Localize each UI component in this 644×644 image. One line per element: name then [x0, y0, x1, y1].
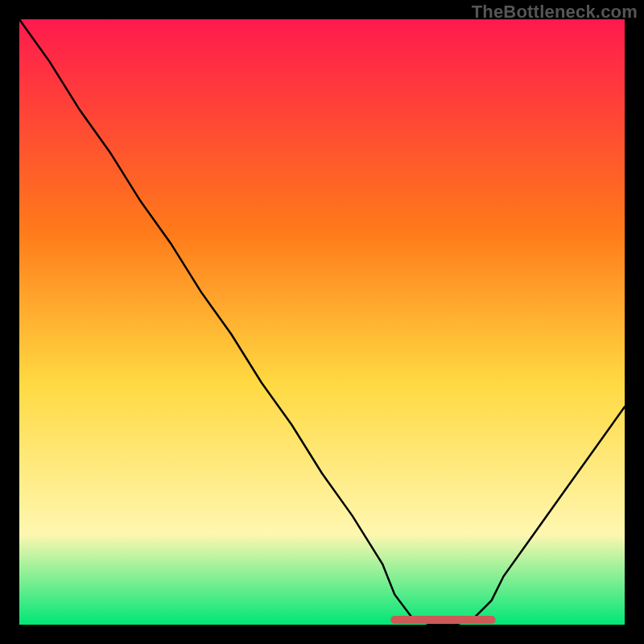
chart-frame: TheBottleneck.com — [0, 0, 644, 644]
bottleneck-plot — [19, 19, 625, 625]
watermark-text: TheBottleneck.com — [472, 2, 638, 23]
plot-area — [19, 19, 625, 625]
